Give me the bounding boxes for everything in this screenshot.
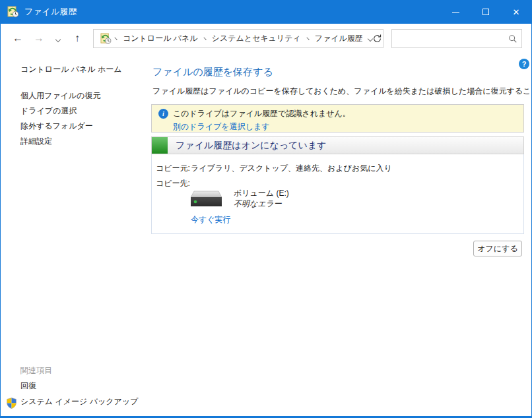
status-on-indicator [152, 137, 168, 154]
drive-name: ボリューム (E:) [234, 188, 289, 199]
sidebar-item-select-drive[interactable]: ドライブの選択 [20, 105, 77, 117]
warning-message: このドライブはファイル履歴で認識されません。 [173, 108, 350, 119]
status-body: コピー元: ライブラリ、デスクトップ、連絡先、およびお気に入り コピー先: [151, 154, 524, 234]
search-box [391, 29, 522, 48]
up-button[interactable]: ↑ [67, 32, 88, 44]
address-bar[interactable]: コントロール パネル システムとセキュリティ ファイル履歴 [93, 29, 383, 48]
sidebar: コントロール パネル ホーム 個人用ファイルの復元 ドライブの選択 除外するフォ… [1, 53, 149, 416]
status-header: ファイル履歴はオンになっています [151, 136, 524, 154]
breadcrumb-separator-icon [306, 37, 309, 40]
sidebar-item-control-panel-home[interactable]: コントロール パネル ホーム [20, 64, 121, 75]
select-another-drive-link[interactable]: 別のドライブを選択します [173, 121, 270, 133]
sidebar-item-system-image-backup[interactable]: システム イメージ バックアップ [20, 396, 138, 407]
sidebar-item-recovery[interactable]: 回復 [20, 380, 36, 392]
window-title: ファイル履歴 [24, 6, 77, 18]
related-items-header: 関連項目 [20, 365, 52, 376]
turn-off-button[interactable]: オフにする [473, 241, 522, 256]
page-title: ファイルの履歴を保存する [152, 66, 273, 78]
copy-from-value: ライブラリ、デスクトップ、連絡先、およびお気に入り [191, 163, 392, 174]
file-history-window: ファイル履歴 ✕ ← → ↑ コントロール パネル システムとセキュ [0, 0, 532, 418]
file-history-app-icon [7, 6, 19, 18]
close-button[interactable]: ✕ [501, 0, 531, 24]
minimize-icon [452, 12, 459, 13]
minimize-button[interactable] [440, 0, 471, 24]
close-icon: ✕ [513, 8, 520, 16]
search-icon[interactable] [504, 34, 521, 44]
breadcrumb-file-history[interactable]: ファイル履歴 [310, 33, 368, 44]
turn-off-label: オフにする [477, 243, 517, 254]
main-content: ? ファイルの履歴を保存する ファイル履歴はファイルのコピーを保存しておくため、… [151, 53, 524, 416]
info-icon: i [158, 109, 168, 119]
address-dropdown-button[interactable] [368, 37, 372, 41]
navigation-bar: ← → ↑ コントロール パネル システムとセキュリティ ファイル履歴 [1, 24, 531, 53]
maximize-icon [482, 9, 489, 15]
copy-from-label: コピー元: [156, 163, 190, 174]
breadcrumb-separator-icon [203, 37, 206, 40]
back-button[interactable]: ← [7, 32, 28, 44]
breadcrumb-control-panel[interactable]: コントロール パネル [117, 33, 203, 44]
nav-arrows: ← → ↑ [7, 24, 88, 53]
titlebar: ファイル履歴 ✕ [1, 0, 531, 24]
file-history-status-box: ファイル履歴はオンになっています コピー元: ライブラリ、デスクトップ、連絡先、… [151, 136, 524, 234]
warning-banner: i このドライブはファイル履歴で認識されません。 別のドライブを選択します [151, 104, 524, 133]
sidebar-item-restore-personal-files[interactable]: 個人用ファイルの復元 [20, 90, 100, 102]
maximize-button[interactable] [471, 0, 501, 24]
drive-icon [191, 189, 222, 209]
uac-shield-icon [6, 398, 17, 409]
sidebar-item-exclude-folders[interactable]: 除外するフォルダー [20, 121, 93, 132]
breadcrumb-system-security[interactable]: システムとセキュリティ [207, 33, 306, 44]
chevron-down-icon [55, 37, 61, 42]
status-title: ファイル履歴はオンになっています [176, 140, 327, 152]
window-controls: ✕ [440, 0, 531, 24]
page-description: ファイル履歴はファイルのコピーを保存しておくため、ファイルを紛失または破損した場… [152, 86, 532, 97]
run-now-link[interactable]: 今すぐ実行 [191, 214, 231, 225]
help-glyph: ? [522, 60, 527, 68]
drive-status: 不明なエラー [234, 198, 282, 210]
file-history-address-icon [100, 33, 112, 44]
help-button[interactable]: ? [519, 59, 529, 69]
search-input[interactable] [392, 34, 504, 44]
copy-to-label: コピー先: [156, 178, 190, 189]
sidebar-item-advanced-settings[interactable]: 詳細設定 [20, 136, 52, 147]
refresh-icon [372, 34, 382, 44]
refresh-button[interactable] [372, 34, 382, 44]
forward-button[interactable]: → [28, 32, 50, 44]
recent-locations-button[interactable] [50, 32, 67, 44]
breadcrumb-separator-icon [114, 37, 117, 40]
